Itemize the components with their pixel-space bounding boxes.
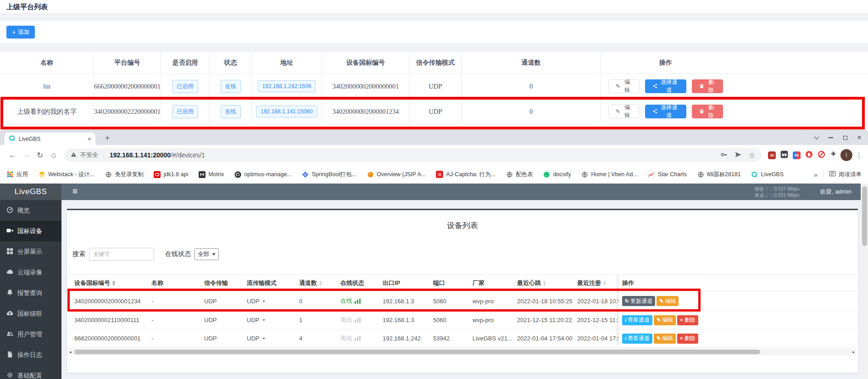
url-path: /#/devices/1	[171, 151, 205, 159]
select-channel-button[interactable]: 选择通道	[645, 79, 686, 93]
browser-window: LiveGBS × + × ← → ↻ ⌂ 不安全 192.168.1.141:…	[0, 130, 868, 379]
device-row[interactable]: 34020000002110000111 - UDP UDP 1 离线 192.…	[67, 311, 858, 329]
sidebar-item-basic-config[interactable]: 基础配置	[0, 365, 61, 379]
bookmark-copy-tool[interactable]: 免登录复制	[105, 171, 144, 178]
sidebar-item-gb-devices[interactable]: 国标设备	[0, 221, 61, 241]
col-name: 名称	[151, 279, 204, 287]
vertical-scrollbar[interactable]	[861, 184, 868, 379]
scrollbar-thumb[interactable]	[74, 350, 760, 354]
device-row[interactable]: 66620000002000000001 - UDP UDP 4 离线 192.…	[67, 329, 858, 348]
sidebar-item-alarm-query[interactable]: 报警查询	[0, 283, 61, 303]
sidebar-item-gb-cascade[interactable]: 国标级联	[0, 303, 61, 324]
bookmark-motrix[interactable]: Motrix	[198, 171, 224, 178]
device-row-highlighted[interactable]: 34020000002000001234 - UDP UDP 0 在线 192.…	[67, 291, 858, 311]
col-header-transport: 信令传输模式	[410, 52, 462, 73]
send-to-device-icon[interactable]	[734, 151, 742, 160]
bookmark-jsip-overview[interactable]: Overview (JSIP A...	[367, 171, 426, 178]
address-badge: 192.168.1.242:1506	[258, 80, 316, 92]
update-channels-button[interactable]: ↻ 更新通道	[622, 296, 655, 306]
spacer	[0, 14, 868, 21]
scroll-left-icon[interactable]: ◂	[69, 349, 72, 355]
home-icon[interactable]: ⌂	[47, 148, 61, 162]
edit-button[interactable]: ✎ 编辑	[608, 105, 640, 118]
tab-close-icon[interactable]: ×	[88, 136, 91, 142]
delete-button[interactable]: × 删除	[677, 315, 698, 325]
pencil-icon: ✎	[616, 109, 620, 114]
sidebar-item-cloud-recording[interactable]: 云端录像	[0, 262, 61, 283]
sidebar-item-user-management[interactable]: 用户管理	[0, 324, 61, 345]
action-column-header: 操作	[618, 274, 701, 291]
view-channels-button[interactable]: i 查看通道	[622, 315, 652, 325]
action-row: i 查看通道 ✎ 编辑 × 删除	[618, 311, 701, 329]
new-tab-button[interactable]: +	[102, 133, 113, 144]
col-heartbeat[interactable]: 最近心跳	[517, 279, 577, 287]
enabled-badge: 已启用	[172, 80, 198, 93]
edit-button[interactable]: ✎ 编辑	[608, 79, 640, 93]
minimize-icon[interactable]	[826, 133, 836, 143]
view-channels-button[interactable]: i 查看通道	[622, 334, 652, 344]
bookmark-optimus[interactable]: optimus-manage...	[234, 171, 292, 178]
back-icon[interactable]: ←	[6, 148, 19, 162]
screenshot-root: 上级平台列表 + 添加 名称 平台编号 是否启用 状态 地址 设备国标编号 信令…	[0, 0, 868, 379]
delete-button[interactable]: × 删除	[677, 334, 698, 344]
bookmark-star-icon[interactable]: ☆	[749, 151, 755, 160]
url-omnibox[interactable]: 不安全 192.168.1.141:20000/#/devices/1 ☆	[64, 148, 762, 162]
maximize-icon[interactable]	[840, 133, 850, 143]
sidebar-item-overview[interactable]: 概览	[0, 200, 61, 221]
scroll-right-icon[interactable]: ▸	[852, 349, 855, 355]
col-register[interactable]: 最近注册	[577, 279, 619, 287]
extensions-puzzle-icon[interactable]	[830, 151, 837, 159]
profile-avatar[interactable]: I	[840, 149, 852, 161]
stream-mode-dropdown[interactable]: UDP	[247, 317, 299, 323]
search-input[interactable]	[89, 248, 154, 261]
bookmark-gb28181[interactable]: 66国标28181	[697, 171, 741, 178]
browser-menu-icon[interactable]: ⋮	[855, 151, 862, 160]
delete-button[interactable]: 删除	[692, 105, 723, 118]
col-device-id[interactable]: 设备国标编号	[74, 279, 151, 287]
bookmark-vben-home[interactable]: Home | Vben Ad...	[581, 171, 638, 178]
spring-icon	[302, 171, 309, 178]
adguard-hand-extension-icon[interactable]	[805, 150, 813, 160]
forward-icon[interactable]: →	[19, 148, 33, 162]
col-channels[interactable]: 通道数	[299, 279, 340, 287]
scrollbar-thumb[interactable]	[862, 186, 867, 246]
cell-channels: 0	[462, 99, 601, 124]
tab-search-icon[interactable]	[812, 133, 822, 143]
bookmark-jdk-api[interactable]: jdk1.8 api	[154, 171, 189, 178]
sidebar-item-split-screen[interactable]: 分屏展示	[0, 241, 61, 262]
bookmark-color-table[interactable]: 配色表	[506, 171, 533, 178]
edit-button[interactable]: ✎ 编辑	[654, 315, 676, 325]
cell-transport: UDP	[410, 74, 462, 99]
close-icon[interactable]: ×	[854, 133, 864, 143]
stream-mode-dropdown[interactable]: UDP	[247, 335, 299, 342]
bookmark-aj-captcha[interactable]: G AJ-Captcha: 行为...	[436, 171, 495, 178]
bookmark-apps[interactable]: 应用	[6, 171, 28, 178]
reload-icon[interactable]: ↻	[33, 148, 47, 162]
bookmark-webstack[interactable]: Webstack - 设计...	[38, 171, 95, 178]
sidebar-item-operation-log[interactable]: 操作日志	[0, 345, 61, 365]
content-blocker-extension-icon[interactable]	[818, 150, 825, 160]
cell-status: 在线	[210, 99, 252, 124]
captcha-icon: G	[436, 171, 443, 178]
select-channel-button[interactable]: 选择通道	[645, 105, 686, 118]
online-status-select[interactable]: 全部	[195, 248, 219, 260]
edit-button[interactable]: ✎ 编辑	[654, 334, 676, 344]
reading-list-button[interactable]: 阅读清单	[829, 170, 862, 178]
browser-tab[interactable]: LiveGBS ×	[5, 133, 95, 145]
hamburger-menu-icon[interactable]: ≡	[72, 186, 78, 196]
bookmark-docsify[interactable]: docsify	[543, 171, 571, 178]
edit-button[interactable]: ✎ 编辑	[657, 296, 679, 306]
bookmarks-overflow-icon[interactable]: »	[814, 171, 818, 178]
js-blocker-extension-icon[interactable]: JS	[768, 151, 776, 159]
bookmark-springboot[interactable]: SpringBoot打包...	[302, 171, 356, 178]
delete-button[interactable]: 删除	[692, 79, 723, 93]
add-button[interactable]: + 添加	[6, 26, 35, 39]
horizontal-scrollbar[interactable]: ◂ ▸	[68, 349, 856, 355]
fe-helper-extension-icon[interactable]: FE	[793, 151, 801, 159]
incognito-spy-extension-icon[interactable]	[780, 150, 788, 160]
bookmark-star-charts[interactable]: Star Charts	[648, 171, 687, 178]
bookmark-livegbs[interactable]: LiveGBS	[751, 171, 784, 178]
cell-actions: ✎ 编辑 选择通道 删除	[601, 99, 868, 124]
stream-mode-dropdown[interactable]: UDP	[247, 298, 299, 305]
password-key-icon[interactable]	[720, 151, 728, 160]
